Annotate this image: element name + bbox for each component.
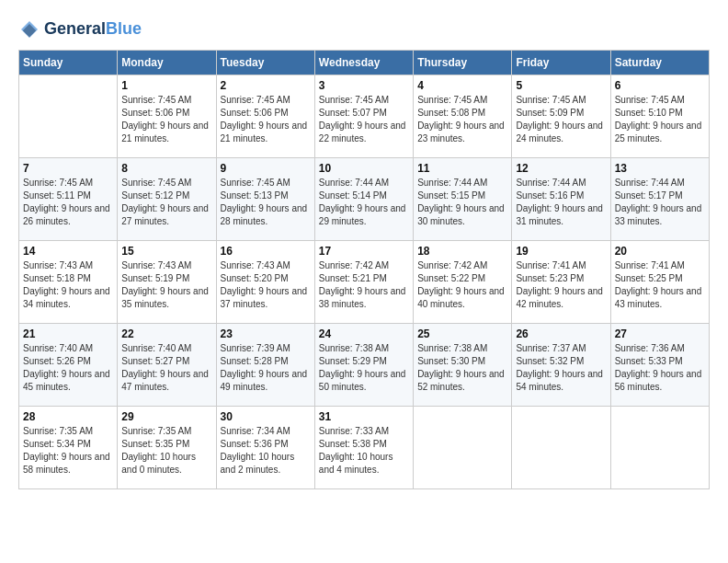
column-header-friday: Friday: [512, 51, 610, 75]
calendar-cell: 5 Sunrise: 7:45 AMSunset: 5:09 PMDayligh…: [512, 75, 610, 158]
calendar-week-row: 21 Sunrise: 7:40 AMSunset: 5:26 PMDaylig…: [19, 324, 710, 407]
day-number: 13: [615, 162, 705, 175]
day-info: Sunrise: 7:34 AMSunset: 5:36 PMDaylight:…: [221, 425, 311, 477]
day-info: Sunrise: 7:33 AMSunset: 5:38 PMDaylight:…: [319, 425, 409, 477]
day-info: Sunrise: 7:42 AMSunset: 5:22 PMDaylight:…: [417, 259, 507, 311]
day-number: 19: [516, 245, 606, 258]
logo-text: GeneralBlue: [44, 20, 142, 39]
day-number: 1: [121, 79, 211, 92]
calendar-week-row: 1 Sunrise: 7:45 AMSunset: 5:06 PMDayligh…: [19, 75, 710, 158]
calendar-cell: 30 Sunrise: 7:34 AMSunset: 5:36 PMDaylig…: [216, 407, 314, 489]
day-info: Sunrise: 7:37 AMSunset: 5:32 PMDaylight:…: [516, 342, 606, 394]
day-number: 29: [121, 410, 211, 423]
day-info: Sunrise: 7:42 AMSunset: 5:21 PMDaylight:…: [319, 259, 409, 311]
day-number: 21: [23, 327, 113, 340]
calendar-cell: 4 Sunrise: 7:45 AMSunset: 5:08 PMDayligh…: [414, 75, 512, 158]
calendar-cell: 29 Sunrise: 7:35 AMSunset: 5:35 PMDaylig…: [118, 407, 216, 489]
day-number: 25: [417, 327, 507, 340]
calendar-cell: 18 Sunrise: 7:42 AMSunset: 5:22 PMDaylig…: [414, 241, 512, 324]
day-number: 5: [516, 79, 606, 92]
day-number: 26: [516, 327, 606, 340]
calendar-cell: 22 Sunrise: 7:40 AMSunset: 5:27 PMDaylig…: [118, 324, 216, 407]
day-info: Sunrise: 7:45 AMSunset: 5:13 PMDaylight:…: [221, 177, 311, 228]
day-info: Sunrise: 7:39 AMSunset: 5:28 PMDaylight:…: [221, 342, 311, 394]
calendar-cell: 24 Sunrise: 7:38 AMSunset: 5:29 PMDaylig…: [314, 324, 413, 407]
calendar-cell: 28 Sunrise: 7:35 AMSunset: 5:34 PMDaylig…: [19, 407, 118, 489]
day-info: Sunrise: 7:44 AMSunset: 5:14 PMDaylight:…: [319, 177, 409, 228]
day-info: Sunrise: 7:45 AMSunset: 5:06 PMDaylight:…: [221, 94, 311, 145]
day-number: 7: [23, 162, 113, 175]
day-number: 23: [221, 327, 311, 340]
calendar-cell: 9 Sunrise: 7:45 AMSunset: 5:13 PMDayligh…: [216, 158, 314, 241]
day-info: Sunrise: 7:40 AMSunset: 5:27 PMDaylight:…: [121, 342, 211, 394]
calendar-cell: 23 Sunrise: 7:39 AMSunset: 5:28 PMDaylig…: [216, 324, 314, 407]
calendar-cell: [414, 407, 512, 489]
column-header-tuesday: Tuesday: [216, 51, 314, 75]
calendar-week-row: 28 Sunrise: 7:35 AMSunset: 5:34 PMDaylig…: [19, 407, 710, 489]
calendar-cell: 6 Sunrise: 7:45 AMSunset: 5:10 PMDayligh…: [610, 75, 709, 158]
calendar-cell: 12 Sunrise: 7:44 AMSunset: 5:16 PMDaylig…: [512, 158, 610, 241]
calendar-cell: [610, 407, 709, 489]
day-info: Sunrise: 7:44 AMSunset: 5:17 PMDaylight:…: [615, 177, 705, 228]
day-number: 11: [417, 162, 507, 175]
day-info: Sunrise: 7:43 AMSunset: 5:19 PMDaylight:…: [121, 259, 211, 311]
column-header-saturday: Saturday: [610, 51, 709, 75]
calendar-cell: 2 Sunrise: 7:45 AMSunset: 5:06 PMDayligh…: [216, 75, 314, 158]
day-number: 22: [121, 327, 211, 340]
day-number: 28: [23, 410, 113, 423]
day-info: Sunrise: 7:44 AMSunset: 5:15 PMDaylight:…: [417, 177, 507, 228]
calendar-cell: 7 Sunrise: 7:45 AMSunset: 5:11 PMDayligh…: [19, 158, 118, 241]
day-number: 9: [221, 162, 311, 175]
day-number: 3: [319, 79, 409, 92]
day-info: Sunrise: 7:45 AMSunset: 5:07 PMDaylight:…: [319, 94, 409, 145]
calendar-cell: 13 Sunrise: 7:44 AMSunset: 5:17 PMDaylig…: [610, 158, 709, 241]
calendar-cell: 8 Sunrise: 7:45 AMSunset: 5:12 PMDayligh…: [118, 158, 216, 241]
calendar-cell: 1 Sunrise: 7:45 AMSunset: 5:06 PMDayligh…: [118, 75, 216, 158]
day-info: Sunrise: 7:40 AMSunset: 5:26 PMDaylight:…: [23, 342, 113, 394]
column-header-sunday: Sunday: [19, 51, 118, 75]
day-info: Sunrise: 7:35 AMSunset: 5:34 PMDaylight:…: [23, 425, 113, 477]
calendar-cell: 11 Sunrise: 7:44 AMSunset: 5:15 PMDaylig…: [414, 158, 512, 241]
day-number: 27: [615, 327, 705, 340]
day-number: 8: [121, 162, 211, 175]
day-number: 24: [319, 327, 409, 340]
calendar-cell: 26 Sunrise: 7:37 AMSunset: 5:32 PMDaylig…: [512, 324, 610, 407]
day-info: Sunrise: 7:41 AMSunset: 5:25 PMDaylight:…: [615, 259, 705, 311]
day-number: 18: [417, 245, 507, 258]
calendar-cell: 20 Sunrise: 7:41 AMSunset: 5:25 PMDaylig…: [610, 241, 709, 324]
calendar-table: SundayMondayTuesdayWednesdayThursdayFrid…: [18, 50, 710, 489]
calendar-cell: [19, 75, 118, 158]
calendar-cell: 10 Sunrise: 7:44 AMSunset: 5:14 PMDaylig…: [314, 158, 413, 241]
day-info: Sunrise: 7:45 AMSunset: 5:09 PMDaylight:…: [516, 94, 606, 145]
column-header-wednesday: Wednesday: [314, 51, 413, 75]
calendar-cell: 17 Sunrise: 7:42 AMSunset: 5:21 PMDaylig…: [314, 241, 413, 324]
column-header-thursday: Thursday: [414, 51, 512, 75]
day-info: Sunrise: 7:44 AMSunset: 5:16 PMDaylight:…: [516, 177, 606, 228]
day-number: 31: [319, 410, 409, 423]
logo-icon: [18, 18, 40, 40]
day-info: Sunrise: 7:43 AMSunset: 5:18 PMDaylight:…: [23, 259, 113, 311]
day-info: Sunrise: 7:45 AMSunset: 5:08 PMDaylight:…: [417, 94, 507, 145]
calendar-cell: 14 Sunrise: 7:43 AMSunset: 5:18 PMDaylig…: [19, 241, 118, 324]
day-info: Sunrise: 7:38 AMSunset: 5:29 PMDaylight:…: [319, 342, 409, 394]
day-number: 4: [417, 79, 507, 92]
day-info: Sunrise: 7:45 AMSunset: 5:11 PMDaylight:…: [23, 177, 113, 228]
day-number: 6: [615, 79, 705, 92]
calendar-week-row: 7 Sunrise: 7:45 AMSunset: 5:11 PMDayligh…: [19, 158, 710, 241]
day-number: 14: [23, 245, 113, 258]
day-number: 2: [221, 79, 311, 92]
column-header-monday: Monday: [118, 51, 216, 75]
day-info: Sunrise: 7:45 AMSunset: 5:10 PMDaylight:…: [615, 94, 705, 145]
day-info: Sunrise: 7:41 AMSunset: 5:23 PMDaylight:…: [516, 259, 606, 311]
calendar-cell: 16 Sunrise: 7:43 AMSunset: 5:20 PMDaylig…: [216, 241, 314, 324]
calendar-cell: 25 Sunrise: 7:38 AMSunset: 5:30 PMDaylig…: [414, 324, 512, 407]
day-number: 16: [221, 245, 311, 258]
calendar-cell: 27 Sunrise: 7:36 AMSunset: 5:33 PMDaylig…: [610, 324, 709, 407]
calendar-cell: 3 Sunrise: 7:45 AMSunset: 5:07 PMDayligh…: [314, 75, 413, 158]
calendar-cell: 21 Sunrise: 7:40 AMSunset: 5:26 PMDaylig…: [19, 324, 118, 407]
day-info: Sunrise: 7:38 AMSunset: 5:30 PMDaylight:…: [417, 342, 507, 394]
calendar-cell: 31 Sunrise: 7:33 AMSunset: 5:38 PMDaylig…: [314, 407, 413, 489]
day-info: Sunrise: 7:35 AMSunset: 5:35 PMDaylight:…: [121, 425, 211, 477]
calendar-cell: 15 Sunrise: 7:43 AMSunset: 5:19 PMDaylig…: [118, 241, 216, 324]
page-header: GeneralBlue: [18, 18, 710, 40]
